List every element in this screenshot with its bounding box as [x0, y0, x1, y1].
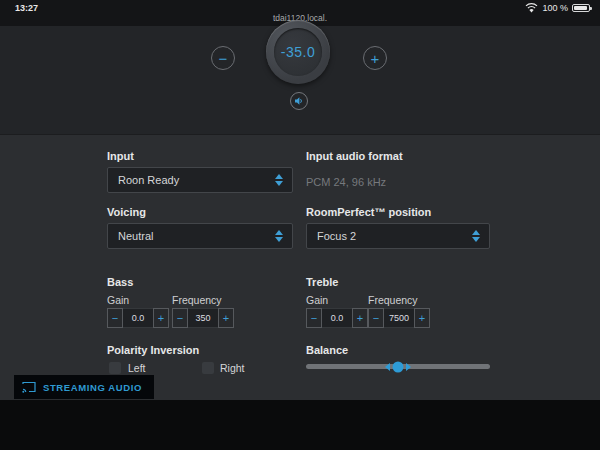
- roomperfect-select[interactable]: Focus 2: [306, 223, 490, 249]
- volume-down-button[interactable]: −: [211, 46, 235, 70]
- balance-label: Balance: [306, 344, 348, 356]
- treble-frequency-plus-button[interactable]: +: [414, 308, 430, 328]
- polarity-right-label: Right: [220, 362, 245, 374]
- input-select-value: Roon Ready: [108, 174, 275, 186]
- treble-gain-minus-button[interactable]: −: [306, 308, 322, 328]
- battery-percent: 100 %: [542, 3, 568, 13]
- select-arrows-icon: [275, 174, 283, 186]
- roomperfect-select-value: Focus 2: [307, 230, 472, 242]
- polarity-left-label: Left: [128, 362, 146, 374]
- balance-right-arrow-icon: [406, 363, 411, 371]
- voicing-label: Voicing: [107, 206, 146, 218]
- polarity-right-checkbox[interactable]: [202, 362, 214, 374]
- input-select[interactable]: Roon Ready: [107, 167, 293, 193]
- amplifier-control-app: 13:27 tdai1120.local. 100 % − -35.0 +: [0, 0, 600, 450]
- streaming-audio-badge[interactable]: STREAMING AUDIO: [14, 375, 154, 399]
- speaker-icon: [294, 96, 304, 106]
- voicing-select[interactable]: Neutral: [107, 223, 293, 249]
- treble-gain-stepper: − 0.0 +: [306, 308, 368, 328]
- treble-frequency-label: Frequency: [368, 294, 418, 306]
- battery-icon: [572, 4, 590, 12]
- bass-frequency-plus-button[interactable]: +: [218, 308, 234, 328]
- bass-frequency-minus-button[interactable]: −: [172, 308, 188, 328]
- volume-knob[interactable]: -35.0: [266, 20, 330, 84]
- settings-panel: Input Roon Ready Input audio format PCM …: [0, 136, 600, 400]
- cast-icon: [22, 381, 36, 393]
- bass-gain-minus-button[interactable]: −: [107, 308, 123, 328]
- balance-slider-thumb[interactable]: [393, 361, 404, 372]
- bass-label: Bass: [107, 276, 133, 288]
- bass-gain-label: Gain: [107, 294, 129, 306]
- volume-section: − -35.0 +: [0, 26, 600, 135]
- streaming-audio-label: STREAMING AUDIO: [43, 382, 142, 393]
- treble-frequency-stepper: − 7500 +: [368, 308, 430, 328]
- bass-gain-value: 0.0: [123, 308, 153, 328]
- treble-frequency-minus-button[interactable]: −: [368, 308, 384, 328]
- select-arrows-icon: [275, 230, 283, 242]
- roomperfect-label: RoomPerfect™ position: [306, 206, 431, 218]
- mute-button[interactable]: [290, 92, 308, 110]
- input-audio-format-value: PCM 24, 96 kHz: [306, 176, 386, 188]
- treble-frequency-value: 7500: [384, 308, 414, 328]
- treble-gain-plus-button[interactable]: +: [352, 308, 368, 328]
- polarity-left-checkbox[interactable]: [109, 362, 121, 374]
- bass-frequency-stepper: − 350 +: [172, 308, 234, 328]
- wifi-icon: [525, 3, 538, 13]
- volume-knob-face: -35.0: [274, 28, 322, 76]
- bass-frequency-label: Frequency: [172, 294, 222, 306]
- input-audio-format-label: Input audio format: [306, 150, 403, 162]
- treble-gain-value: 0.0: [322, 308, 352, 328]
- treble-label: Treble: [306, 276, 338, 288]
- bass-gain-stepper: − 0.0 +: [107, 308, 169, 328]
- select-arrows-icon: [472, 230, 480, 242]
- player-bar: 00:11 05:41 Now playing Queens of the St…: [0, 400, 600, 450]
- clock: 13:27: [15, 3, 38, 13]
- volume-value: -35.0: [281, 44, 315, 60]
- bass-frequency-value: 350: [188, 308, 218, 328]
- status-icons: 100 %: [525, 3, 590, 13]
- bass-gain-plus-button[interactable]: +: [153, 308, 169, 328]
- balance-slider[interactable]: [306, 364, 490, 369]
- polarity-inversion-label: Polarity Inversion: [107, 344, 199, 356]
- voicing-select-value: Neutral: [108, 230, 275, 242]
- input-label: Input: [107, 150, 134, 162]
- volume-up-button[interactable]: +: [363, 46, 387, 70]
- treble-gain-label: Gain: [306, 294, 328, 306]
- balance-left-arrow-icon: [385, 363, 390, 371]
